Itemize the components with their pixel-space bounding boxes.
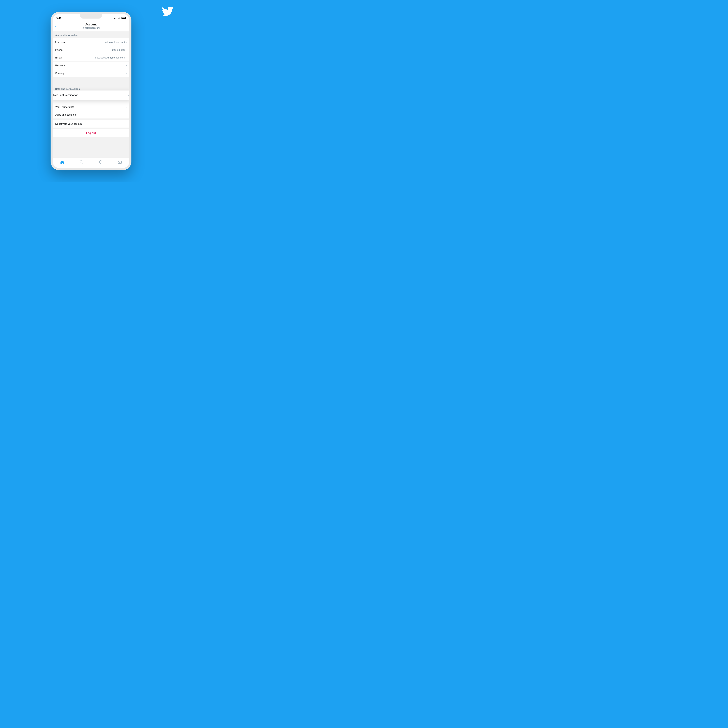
email-right: notableaccount@email.com ›	[94, 56, 127, 59]
twitter-data-label: Your Twitter data	[55, 106, 74, 109]
status-time: 9:41	[56, 17, 61, 20]
password-right: ›	[126, 64, 127, 67]
tab-bar	[53, 158, 129, 168]
email-label: Email	[55, 56, 62, 59]
phone-chevron: ›	[126, 49, 127, 51]
deactivate-item[interactable]: Deactivate your account ›	[53, 120, 129, 128]
phone-value: xxx xxx xxx	[112, 48, 125, 51]
deactivate-section: Deactivate your account ›	[53, 120, 129, 128]
messages-icon	[118, 160, 122, 164]
data-permissions-label: Data and permissions	[55, 88, 80, 90]
svg-point-0	[80, 161, 82, 163]
password-item[interactable]: Password ›	[53, 61, 129, 69]
wifi-icon	[118, 17, 121, 19]
tab-messages[interactable]	[115, 159, 124, 165]
page-title: Account	[55, 23, 127, 26]
account-handle: @notableaccount	[55, 27, 127, 29]
svg-rect-2	[118, 161, 121, 164]
account-info-label: Account information	[55, 34, 78, 37]
tab-notifications[interactable]	[96, 159, 106, 165]
phone-item[interactable]: Phone xxx xxx xxx ›	[53, 46, 129, 54]
scroll-area: Account information Username @notableacc…	[53, 31, 129, 137]
phone-right: xxx xxx xxx ›	[112, 48, 127, 51]
apps-sessions-chevron: ›	[126, 113, 127, 116]
twitter-data-right: ›	[126, 106, 127, 109]
deactivate-right: ›	[126, 122, 127, 125]
username-label: Username	[55, 41, 67, 43]
logout-button[interactable]: Log out	[86, 132, 96, 135]
deactivate-label: Deactivate your account	[55, 122, 83, 125]
search-icon	[80, 160, 83, 164]
tab-search[interactable]	[76, 159, 86, 165]
phone-frame: 9:41	[50, 12, 132, 170]
request-verification-label: Request verification	[53, 93, 78, 97]
logout-section[interactable]: Log out	[53, 129, 129, 137]
phone-label: Phone	[55, 48, 63, 51]
signal-icon	[114, 17, 117, 19]
deactivate-chevron: ›	[126, 122, 127, 125]
home-icon	[60, 160, 64, 164]
username-chevron: ›	[126, 41, 127, 43]
status-icons	[114, 17, 126, 19]
security-item[interactable]: Security ›	[53, 69, 129, 77]
phone-screen: 9:41	[53, 14, 129, 168]
security-label: Security	[55, 72, 64, 75]
security-chevron: ›	[126, 72, 127, 75]
back-button[interactable]: ‹	[55, 24, 57, 28]
account-info-section-header: Account information	[53, 31, 129, 38]
nav-header: ‹ Account @notableaccount	[53, 21, 129, 31]
password-label: Password	[55, 64, 66, 67]
twitter-data-chevron: ›	[126, 106, 127, 109]
email-value: notableaccount@email.com	[94, 56, 125, 59]
notifications-icon	[99, 160, 102, 164]
apps-sessions-right: ›	[126, 113, 127, 116]
username-item[interactable]: Username @notableaccount ›	[53, 38, 129, 46]
username-value: @notableaccount	[105, 41, 125, 43]
username-right: @notableaccount ›	[105, 41, 127, 43]
twitter-logo	[162, 7, 174, 16]
apps-sessions-item[interactable]: Apps and sessions ›	[53, 111, 129, 118]
request-verification-card[interactable]: Request verification ›	[53, 90, 129, 100]
svg-line-1	[82, 163, 83, 164]
password-chevron: ›	[126, 64, 127, 67]
email-item[interactable]: Email notableaccount@email.com ›	[53, 54, 129, 61]
security-right: ›	[126, 72, 127, 75]
battery-icon	[121, 17, 126, 19]
email-chevron: ›	[126, 56, 127, 59]
phone-device: 9:41	[50, 12, 132, 170]
request-verification-chevron: ›	[128, 94, 129, 97]
twitter-data-item[interactable]: Your Twitter data ›	[53, 103, 129, 111]
apps-sessions-label: Apps and sessions	[55, 113, 76, 116]
tab-home[interactable]	[58, 159, 67, 165]
account-info-list: Username @notableaccount › Phone xxx xxx…	[53, 38, 129, 77]
phone-notch	[80, 14, 102, 18]
